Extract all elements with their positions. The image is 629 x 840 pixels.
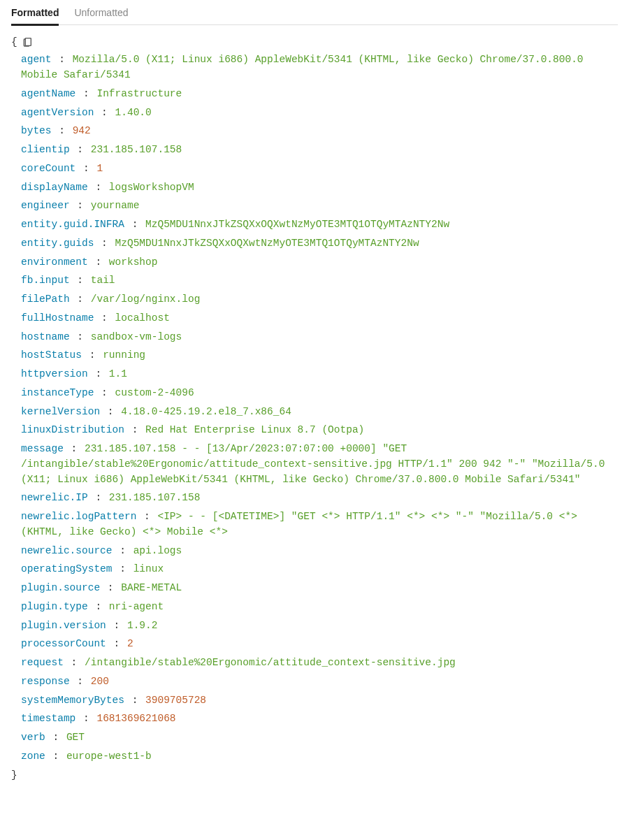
json-value[interactable]: /intangible/stable%20Ergonomic/attitude_… <box>85 657 456 668</box>
json-value[interactable]: BARE-METAL <box>121 582 182 593</box>
json-key[interactable]: systemMemoryBytes <box>21 695 124 706</box>
json-key[interactable]: entity.guids <box>21 238 94 249</box>
colon: : <box>89 492 108 503</box>
colon: : <box>95 387 113 398</box>
json-value[interactable]: europe-west1-b <box>66 751 152 762</box>
json-key[interactable]: response <box>21 676 70 687</box>
colon: : <box>108 620 126 631</box>
json-key[interactable]: httpversion <box>21 368 88 379</box>
colon: : <box>71 294 89 305</box>
json-row: httpversion : 1.1 <box>21 367 618 382</box>
tab-formatted[interactable]: Formatted <box>11 4 59 26</box>
json-value[interactable]: Red Hat Enterprise Linux 8.7 (Ootpa) <box>145 424 364 435</box>
json-key[interactable]: plugin.version <box>21 620 106 631</box>
json-value[interactable]: Infrastructure <box>96 88 182 99</box>
json-row: kernelVersion : 4.18.0-425.19.2.el8_7.x8… <box>21 405 618 420</box>
json-row: entity.guid.INFRA : MzQ5MDU1NnxJTkZSQXxO… <box>21 217 618 233</box>
json-value[interactable]: 231.185.107.158 <box>109 492 201 503</box>
json-key[interactable]: instanceType <box>21 387 94 398</box>
json-value[interactable]: logsWorkshopVM <box>109 182 194 193</box>
json-key[interactable]: bytes <box>21 125 52 136</box>
json-key[interactable]: verb <box>21 732 45 743</box>
json-key[interactable]: fullHostname <box>21 312 94 324</box>
json-body: agent : Mozilla/5.0 (X11; Linux i686) Ap… <box>11 52 618 764</box>
json-key[interactable]: hostname <box>21 331 70 342</box>
colon: : <box>53 54 71 65</box>
json-value[interactable]: 942 <box>73 125 91 136</box>
tab-unformatted[interactable]: Unformatted <box>74 4 128 24</box>
json-key[interactable]: clientip <box>21 144 70 155</box>
json-value[interactable]: workshop <box>109 256 158 268</box>
json-row: bytes : 942 <box>21 124 618 139</box>
colon: : <box>126 695 144 706</box>
json-key[interactable]: agent <box>21 54 52 65</box>
json-value[interactable]: tail <box>91 275 115 286</box>
colon: : <box>83 349 101 361</box>
json-key[interactable]: operatingSystem <box>21 563 113 574</box>
json-value[interactable]: 2 <box>127 638 133 649</box>
json-row: newrelic.logPattern : <IP> - - [<DATETIM… <box>21 509 618 540</box>
json-key[interactable]: newrelic.logPattern <box>21 511 136 522</box>
colon: : <box>53 125 71 136</box>
json-key[interactable]: filePath <box>21 294 70 305</box>
json-value[interactable]: Mozilla/5.0 (X11; Linux i686) AppleWebKi… <box>21 54 584 80</box>
json-value[interactable]: nri-agent <box>109 601 164 612</box>
json-key[interactable]: newrelic.source <box>21 545 113 556</box>
json-value[interactable]: 3909705728 <box>145 695 206 706</box>
json-key[interactable]: environment <box>21 256 88 268</box>
json-key[interactable]: linuxDistribution <box>21 424 124 435</box>
json-key[interactable]: agentName <box>21 88 75 99</box>
json-row: plugin.source : BARE-METAL <box>21 581 618 596</box>
json-key[interactable]: coreCount <box>21 163 75 174</box>
json-key[interactable]: newrelic.IP <box>21 492 88 503</box>
colon: : <box>89 182 108 193</box>
json-value[interactable]: GET <box>66 732 85 743</box>
json-key[interactable]: message <box>21 443 64 454</box>
json-value[interactable]: 1.1 <box>109 368 127 379</box>
colon: : <box>101 406 120 417</box>
colon: : <box>77 163 95 174</box>
json-row: systemMemoryBytes : 3909705728 <box>21 693 618 709</box>
json-value[interactable]: api.logs <box>133 545 182 556</box>
json-value[interactable]: running <box>103 349 145 361</box>
json-value[interactable]: custom-2-4096 <box>115 387 194 398</box>
json-key[interactable]: displayName <box>21 182 88 193</box>
json-value[interactable]: 1.9.2 <box>127 620 158 631</box>
json-key[interactable]: processorCount <box>21 638 106 649</box>
clipboard-icon[interactable] <box>22 36 33 48</box>
json-viewer: { agent : Mozilla/5.0 (X11; Linux i686) … <box>11 35 618 782</box>
json-key[interactable]: plugin.type <box>21 601 88 612</box>
json-row: linuxDistribution : Red Hat Enterprise L… <box>21 423 618 438</box>
json-key[interactable]: timestamp <box>21 713 75 724</box>
json-value[interactable]: linux <box>133 563 164 574</box>
json-value[interactable]: MzQ5MDU1NnxJTkZSQXxOQXwtNzMyOTE3MTQ1OTQy… <box>115 238 419 249</box>
json-key[interactable]: zone <box>21 751 45 762</box>
colon: : <box>138 511 156 522</box>
json-value[interactable]: /var/log/nginx.log <box>91 294 201 305</box>
json-value[interactable]: 1.40.0 <box>115 107 152 118</box>
json-key[interactable]: plugin.source <box>21 582 100 593</box>
json-key[interactable]: request <box>21 657 64 668</box>
json-value[interactable]: localhost <box>115 312 170 324</box>
json-key[interactable]: kernelVersion <box>21 406 100 417</box>
json-value[interactable]: sandbox-vm-logs <box>91 331 182 342</box>
json-value[interactable]: yourname <box>91 200 140 211</box>
json-key[interactable]: hostStatus <box>21 349 82 361</box>
json-value[interactable]: 200 <box>91 676 109 687</box>
json-key[interactable]: fb.input <box>21 275 70 286</box>
json-value[interactable]: 1 <box>96 163 103 174</box>
json-value[interactable]: 1681369621068 <box>96 713 175 724</box>
json-row: verb : GET <box>21 730 618 746</box>
json-value[interactable]: MzQ5MDU1NnxJTkZSQXxOQXwtNzMyOTE3MTQ1OTQy… <box>145 219 449 230</box>
json-value[interactable]: 231.185.107.158 - - [13/Apr/2023:07:07:0… <box>21 443 605 485</box>
json-row: engineer : yourname <box>21 198 618 214</box>
json-row: processorCount : 2 <box>21 637 618 652</box>
json-key[interactable]: engineer <box>21 200 70 211</box>
colon: : <box>71 331 89 342</box>
json-key[interactable]: entity.guid.INFRA <box>21 219 124 230</box>
json-value[interactable]: 231.185.107.158 <box>91 144 182 155</box>
json-row: timestamp : 1681369621068 <box>21 711 618 727</box>
json-value[interactable]: 4.18.0-425.19.2.el8_7.x86_64 <box>121 406 291 417</box>
json-row: filePath : /var/log/nginx.log <box>21 292 618 307</box>
json-key[interactable]: agentVersion <box>21 107 94 118</box>
